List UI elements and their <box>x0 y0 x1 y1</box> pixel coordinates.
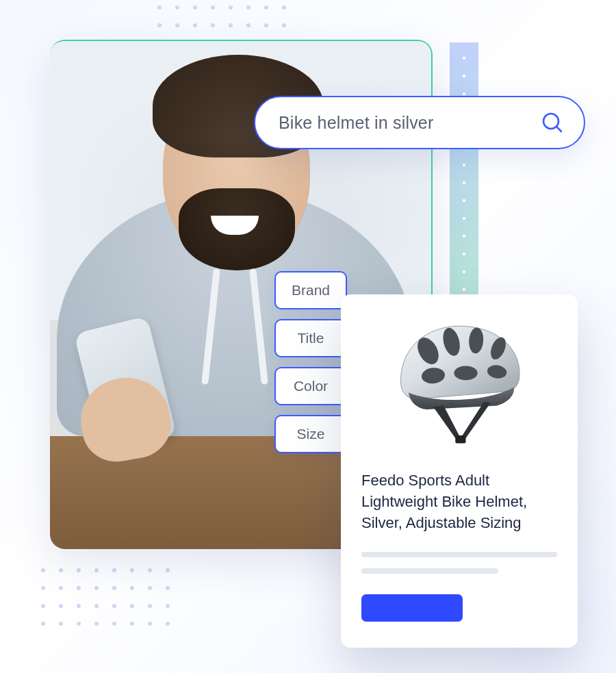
skeleton-line <box>361 568 498 574</box>
product-card: Feedo Sports Adult Lightweight Bike Helm… <box>341 294 578 648</box>
attribute-chip-size[interactable]: Size <box>274 415 347 453</box>
attribute-chip-title[interactable]: Title <box>274 319 347 357</box>
svg-rect-9 <box>455 435 465 443</box>
product-image <box>361 309 557 460</box>
search-query-text: Bike helmet in silver <box>279 113 537 133</box>
svg-line-1 <box>556 127 561 131</box>
attribute-chip-color[interactable]: Color <box>274 367 347 405</box>
search-icon[interactable] <box>537 107 567 138</box>
svg-point-7 <box>454 366 477 380</box>
search-bar[interactable]: Bike helmet in silver <box>254 96 585 149</box>
skeleton-line <box>361 552 557 557</box>
decorative-dots-bottom <box>41 568 170 626</box>
decorative-dots-top <box>157 5 286 27</box>
decorative-vertical-strip <box>450 42 478 301</box>
product-cta-button[interactable] <box>361 594 463 622</box>
attribute-chip-list: Brand Title Color Size <box>274 271 347 453</box>
product-title: Feedo Sports Adult Lightweight Bike Helm… <box>361 470 557 534</box>
attribute-chip-brand[interactable]: Brand <box>274 271 347 309</box>
